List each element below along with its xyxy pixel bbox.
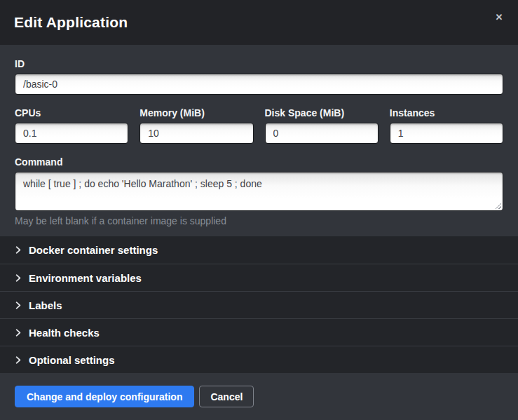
- id-label: ID: [15, 58, 503, 69]
- instances-field[interactable]: [390, 123, 503, 144]
- memory-label: Memory (MiB): [139, 107, 253, 118]
- memory-field-group: Memory (MiB): [139, 107, 253, 144]
- command-help-text: May be left blank if a container image i…: [15, 215, 503, 226]
- cpus-field[interactable]: [15, 123, 128, 144]
- cpus-label: CPUs: [15, 107, 128, 118]
- accordion-sections: Docker container settings Environment va…: [0, 236, 518, 373]
- id-field[interactable]: [15, 74, 503, 95]
- section-label: Optional settings: [29, 354, 115, 366]
- close-icon[interactable]: ✕: [491, 10, 507, 25]
- command-textarea-wrap: while [ true ] ; do echo 'Hello Marathon…: [15, 172, 503, 211]
- page-title: Edit Application: [14, 14, 128, 31]
- command-field[interactable]: while [ true ] ; do echo 'Hello Marathon…: [15, 172, 503, 211]
- chevron-right-icon: [15, 274, 22, 282]
- chevron-right-icon: [15, 356, 22, 364]
- section-docker-container-settings[interactable]: Docker container settings: [0, 236, 518, 264]
- section-label: Labels: [29, 299, 62, 311]
- memory-field[interactable]: [139, 123, 253, 144]
- section-health-checks[interactable]: Health checks: [0, 318, 518, 346]
- section-label: Environment variables: [29, 272, 142, 284]
- command-label: Command: [15, 156, 503, 168]
- section-label: Health checks: [29, 327, 100, 339]
- form-body: ID CPUs Memory (MiB) Disk Space (MiB) In…: [0, 45, 518, 236]
- cpus-field-group: CPUs: [15, 107, 128, 144]
- disk-field[interactable]: [265, 123, 379, 144]
- chevron-right-icon: [15, 329, 22, 337]
- command-field-group: Command while [ true ] ; do echo 'Hello …: [15, 156, 503, 226]
- section-optional-settings[interactable]: Optional settings: [0, 346, 518, 373]
- resources-row: CPUs Memory (MiB) Disk Space (MiB) Insta…: [15, 107, 503, 144]
- cancel-button[interactable]: Cancel: [199, 386, 254, 407]
- modal-header: Edit Application ✕: [0, 0, 518, 45]
- disk-label: Disk Space (MiB): [265, 107, 379, 118]
- section-environment-variables[interactable]: Environment variables: [0, 264, 518, 291]
- instances-label: Instances: [390, 107, 503, 118]
- chevron-right-icon: [15, 302, 22, 309]
- change-and-deploy-button[interactable]: Change and deploy configuration: [15, 386, 194, 407]
- disk-field-group: Disk Space (MiB): [265, 107, 379, 144]
- edit-application-modal: Edit Application ✕ ID CPUs Memory (MiB) …: [0, 0, 518, 420]
- chevron-right-icon: [15, 246, 22, 254]
- id-field-group: ID: [15, 58, 503, 95]
- section-label: Docker container settings: [29, 244, 158, 256]
- modal-footer: Change and deploy configuration Cancel: [0, 373, 518, 420]
- section-labels[interactable]: Labels: [0, 291, 518, 318]
- instances-field-group: Instances: [390, 107, 503, 144]
